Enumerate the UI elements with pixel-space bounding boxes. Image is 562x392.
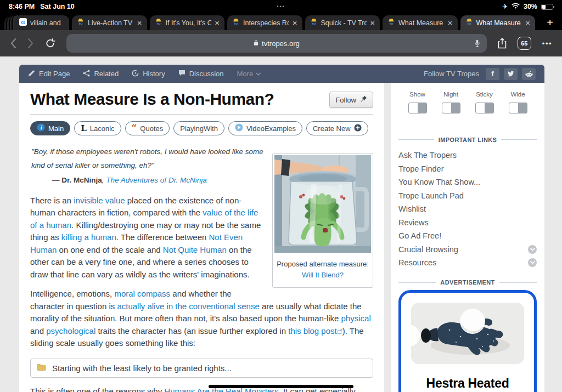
text-link[interactable]: killing a human [61,232,116,242]
important-links-header: IMPORTANT LINKS [398,137,537,143]
article-card: What Measure Is a Non-Human? Follow iMai… [19,83,384,392]
toggle-switch-sticky[interactable] [475,103,494,113]
browser-tab[interactable]: tvLive-Action TV× [72,15,147,30]
tvtropes-favicon: tv [387,18,395,27]
sidebar-link-you-know-that-show[interactable]: You Know That Show... [398,175,537,189]
sidebar-link-reviews[interactable]: Reviews [398,215,537,229]
sidebar-link-wishlist[interactable]: Wishlist [398,202,537,216]
folder-toggle[interactable]: Starting with the least likely to be gra… [30,359,373,378]
facebook-icon[interactable]: f [486,68,499,80]
sidebar-link-resources[interactable]: Resources [398,256,537,270]
text-link[interactable]: invisible value [74,196,125,205]
battery-percent: 30% [524,3,537,10]
reload-button[interactable] [45,38,55,49]
toolbar-edit-page[interactable]: Edit Page [28,70,70,78]
multitask-dots-icon[interactable]: ••• [277,4,285,9]
more-menu[interactable]: More [237,70,261,78]
close-tab-icon[interactable]: × [448,19,453,27]
text-run: . The difference between [116,232,209,242]
toolbar-history[interactable]: History [132,70,165,78]
close-tab-icon[interactable]: × [370,19,375,27]
title-divider [30,114,373,115]
toggle-label-wide: WideLoad [501,90,535,99]
chevron-down-icon[interactable] [528,245,537,254]
subpage-button-videoexamples[interactable]: VideoExamples [228,121,302,135]
text-link[interactable]: The Adventures of Dr. McNinja [106,176,207,184]
blender-image[interactable] [274,155,371,254]
sidebar-link-trope-finder[interactable]: Trope Finder [398,162,537,175]
new-tab-button[interactable]: + [538,15,562,30]
tab-title: Live-Action TV [88,19,134,27]
browser-tab[interactable]: tvWhat Measure I× [383,15,458,30]
text-link[interactable]: actually alive in the conventional sense [117,302,259,311]
browser-tab[interactable]: tvInterspecies Ro× [227,15,302,30]
tab-overview-button[interactable]: 65 [518,37,531,50]
follow-page-button[interactable]: Follow [329,92,373,108]
svg-text:tv: tv [312,21,316,26]
tab-title: What Measure I [398,19,445,27]
toolbar-related[interactable]: Related [83,70,119,78]
tab-title: villain and [30,19,64,27]
share-button[interactable] [498,38,507,49]
subpage-button-playingwith[interactable]: PlayingWith [173,121,224,135]
airplane-mode-icon: ✈ [502,3,508,10]
subpage-button-create-new[interactable]: Create New [306,121,368,135]
close-tab-icon[interactable]: × [137,19,142,27]
mic-icon[interactable] [474,39,480,49]
tvtropes-favicon: tv [232,18,240,27]
browser-tab[interactable]: tvIf It's You, It's O× [150,15,225,30]
wifi-icon [512,3,520,10]
browser-tab[interactable]: Gvillain and [14,15,69,30]
tab-title: Interspecies Ro [243,19,289,27]
sidebar-link-crucial-browsing[interactable]: Crucial Browsing [398,242,537,256]
browser-tab[interactable]: tvSquick - TV Tro× [305,15,380,30]
text-run: Intelligence, emotions, [30,289,114,298]
chevron-down-icon[interactable] [528,258,537,267]
subpage-button-main[interactable]: iMain [30,121,70,135]
advertisement-card[interactable]: Hestra Heated [398,290,537,392]
clock: 8:46 PM [9,3,35,10]
paragraph: Intelligence, emotions, moral compass an… [30,288,373,350]
subpage-button-laconic[interactable]: LLaconic [74,121,121,135]
stacked-tabs-edge[interactable] [3,15,14,30]
subpage-button-quotes[interactable]: “Quotes [125,121,170,135]
toggle-switch-show[interactable] [408,103,427,113]
twitter-icon[interactable] [504,68,518,80]
close-tab-icon[interactable]: × [293,19,297,27]
url-bar[interactable]: tvtropes.org [66,34,487,53]
back-button[interactable] [10,38,16,49]
toggle-switch-night[interactable] [442,103,460,113]
google-favicon: G [19,18,27,27]
text-run: traits the character has (an issue furth… [95,326,288,336]
toolbar-discussion[interactable]: Discussion [178,70,224,78]
trope-toolbar: Edit PageRelatedHistoryDiscussion More F… [19,65,544,83]
tvtropes-favicon: tv [310,18,318,27]
sidebar-link-trope-launch-pad[interactable]: Trope Launch Pad [398,189,537,202]
text-link[interactable]: psychological [46,326,95,336]
forward-button[interactable] [27,38,34,49]
browser-menu-button[interactable]: ••• [542,39,552,48]
svg-text:G: G [21,19,25,25]
close-tab-icon[interactable]: × [215,19,220,27]
figure-caption-link[interactable]: Will It Blend? [276,270,370,281]
pencil-icon [28,70,35,78]
text-link[interactable]: moral compass [114,289,170,298]
home-indicator[interactable] [209,385,353,388]
svg-text:tv: tv [79,21,83,26]
tab-title: Squick - TV Tro [321,19,367,27]
text-link[interactable]: this blog post [288,326,336,336]
sidebar-link-ask-the-tropers[interactable]: Ask The Tropers [398,149,537,162]
close-tab-icon[interactable]: × [525,19,530,27]
quote-icon: “ [132,124,137,133]
tab-strip: Gvillain andtvLive-Action TV×tvIf It's Y… [0,13,562,30]
toggle-switch-wide[interactable] [509,103,527,113]
ad-title: Hestra Heated [411,376,524,391]
article-body: Proposed alternate measure: Will It Blen… [30,145,373,392]
plus-circle-icon [354,124,362,133]
text-link[interactable]: physical [341,314,371,323]
reddit-icon[interactable] [522,68,536,80]
sidebar-link-go-ad-free[interactable]: Go Ad Free! [398,229,537,243]
browser-tab[interactable]: tvWhat Measure I× [460,15,536,30]
tab-title: If It's You, It's O [166,19,212,27]
text-link[interactable]: Not Quite Human [163,245,227,254]
